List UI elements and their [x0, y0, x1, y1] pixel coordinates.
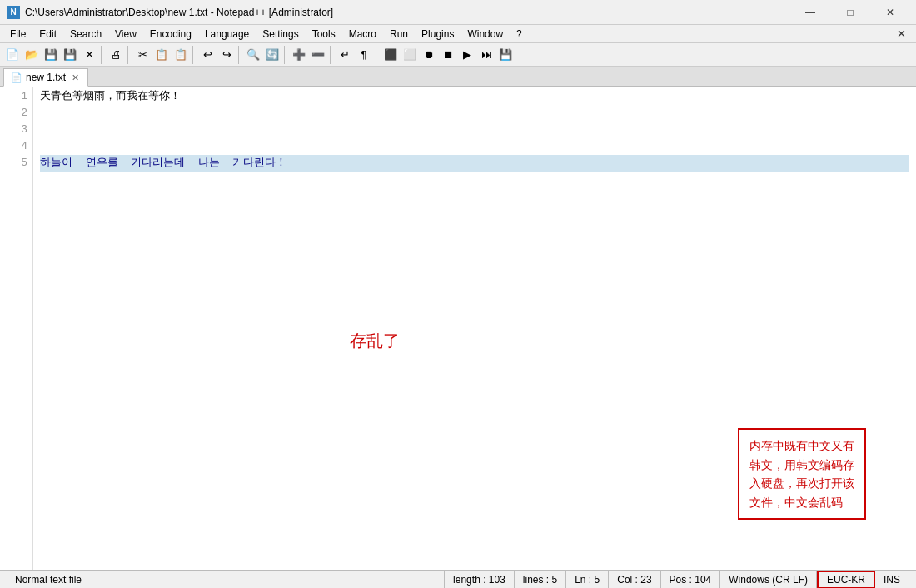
line-5-text: 하늘이 연우를 기다리는데 나는 기다린다！ — [40, 155, 286, 172]
tb-paste[interactable]: 📋 — [172, 46, 190, 64]
tb-open[interactable]: 📂 — [22, 46, 41, 64]
editor-line-3 — [40, 122, 909, 138]
tb-save[interactable]: 💾 — [42, 46, 60, 64]
status-lines: lines : 5 — [515, 571, 566, 589]
tab-label: new 1.txt — [26, 72, 66, 83]
app-icon: N — [7, 6, 20, 19]
tb-separator-6 — [330, 46, 333, 64]
maximize-button[interactable]: □ — [831, 0, 869, 25]
tb-redo[interactable]: ↪ — [217, 46, 236, 64]
status-length: length : 103 — [445, 571, 515, 589]
editor-line-4 — [40, 138, 909, 155]
tb-macro-record[interactable]: ⏺ — [420, 46, 438, 64]
menu-search[interactable]: Search — [63, 25, 108, 43]
line-1-text: 天青色等烟雨，而我在等你！ — [40, 88, 181, 105]
close-button[interactable]: ✕ — [871, 0, 909, 25]
menu-view[interactable]: View — [108, 25, 143, 43]
tab-new1txt[interactable]: 📄 new 1.txt ✕ — [3, 68, 88, 87]
tb-saveall[interactable]: 💾 — [61, 46, 79, 64]
line-num-5: 5 — [0, 155, 27, 172]
menu-window[interactable]: Window — [460, 25, 510, 43]
tb-separator-4 — [238, 46, 241, 64]
status-ln: Ln : 5 — [566, 571, 609, 589]
tb-all-chars[interactable]: ¶ — [355, 46, 373, 64]
menu-edit[interactable]: Edit — [32, 25, 63, 43]
menu-settings[interactable]: Settings — [256, 25, 305, 43]
tb-undo[interactable]: ↩ — [198, 46, 217, 64]
tb-print[interactable]: 🖨 — [107, 46, 125, 64]
tb-separator-5 — [284, 46, 287, 64]
toolbar: 📄 📂 💾 💾 ✕ 🖨 ✂ 📋 📋 ↩ ↪ 🔍 🔄 ➕ ➖ ↵ ¶ ⬛ ⬜ ⏺ … — [0, 43, 916, 67]
tb-separator-7 — [376, 46, 379, 64]
tb-cut[interactable]: ✂ — [133, 46, 152, 64]
tb-macro-play[interactable]: ▶ — [458, 46, 476, 64]
editor-line-5: 하늘이 연우를 기다리는데 나는 기다린다！ — [40, 155, 909, 172]
tab-bar: 📄 new 1.txt ✕ — [0, 67, 916, 87]
tb-wrap[interactable]: ↵ — [336, 46, 354, 64]
tb-copy[interactable]: 📋 — [152, 46, 171, 64]
status-encoding: EUC-KR — [817, 571, 875, 589]
tb-macro-stop[interactable]: ⏹ — [439, 46, 457, 64]
minimize-button[interactable]: — — [791, 0, 829, 25]
editor-container: 1 2 3 4 5 天青色等烟雨，而我在等你！ 하늘이 연우를 기다리는데 나는… — [0, 87, 916, 570]
tb-close[interactable]: ✕ — [80, 46, 98, 64]
menu-help[interactable]: ? — [510, 25, 529, 43]
menu-plugins[interactable]: Plugins — [415, 25, 460, 43]
line-num-3: 3 — [0, 122, 27, 138]
tb-zoom-in[interactable]: ➕ — [290, 46, 308, 64]
status-bar: Normal text file length : 103 lines : 5 … — [0, 570, 916, 588]
status-col: Col : 23 — [609, 571, 660, 589]
menu-macro[interactable]: Macro — [342, 25, 383, 43]
status-pos: Pos : 104 — [661, 571, 721, 589]
tb-macro-save[interactable]: 💾 — [496, 46, 515, 64]
tb-find[interactable]: 🔍 — [244, 46, 262, 64]
window-controls: — □ ✕ — [791, 0, 909, 25]
menu-bar: File Edit Search View Encoding Language … — [0, 25, 916, 43]
editor-line-1: 天青色等烟雨，而我在等你！ — [40, 88, 909, 105]
annotation-explanation: 内存中既有中文又有韩文，用韩文编码存入硬盘，再次打开该文件，中文会乱码 — [738, 428, 866, 520]
menu-file[interactable]: File — [3, 25, 32, 43]
tb-replace[interactable]: 🔄 — [263, 46, 281, 64]
tab-close-button[interactable]: ✕ — [69, 72, 81, 83]
tb-macro-run-multiple[interactable]: ⏭ — [477, 46, 495, 64]
status-ins: INS — [875, 571, 909, 589]
tb-unindent[interactable]: ⬜ — [401, 46, 419, 64]
title-bar: N C:\Users\Administrator\Desktop\new 1.t… — [0, 0, 916, 25]
menu-tools[interactable]: Tools — [306, 25, 342, 43]
editor-content[interactable]: 天青色等烟雨，而我在等你！ 하늘이 연우를 기다리는데 나는 기다린다！ 存乱了… — [33, 87, 916, 570]
status-line-ending: Windows (CR LF) — [720, 571, 817, 589]
editor-line-2 — [40, 105, 909, 122]
line-num-2: 2 — [0, 105, 27, 122]
menu-run[interactable]: Run — [383, 25, 415, 43]
tb-separator-2 — [127, 46, 131, 64]
tb-new[interactable]: 📄 — [3, 46, 22, 64]
window-title: C:\Users\Administrator\Desktop\new 1.txt… — [25, 7, 791, 18]
status-file-type: Normal text file — [7, 571, 445, 589]
menu-close-x[interactable]: ✕ — [890, 26, 913, 42]
tb-separator-1 — [101, 46, 104, 64]
tb-indent[interactable]: ⬛ — [381, 46, 400, 64]
menu-encoding[interactable]: Encoding — [143, 25, 198, 43]
line-numbers: 1 2 3 4 5 — [0, 87, 33, 570]
line-num-1: 1 — [0, 88, 27, 105]
menu-language[interactable]: Language — [198, 25, 256, 43]
annotation-garbled: 存乱了 — [350, 328, 400, 353]
line-num-4: 4 — [0, 138, 27, 155]
tb-separator-3 — [192, 46, 196, 64]
tab-icon: 📄 — [11, 72, 22, 83]
tb-zoom-out[interactable]: ➖ — [309, 46, 327, 64]
